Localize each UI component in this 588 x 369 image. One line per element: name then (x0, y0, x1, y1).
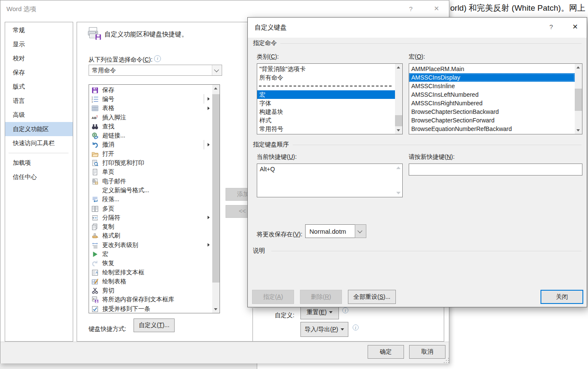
command-item[interactable]: 单页 (89, 168, 212, 177)
sidebar-item[interactable]: 高级 (5, 108, 73, 122)
close-icon[interactable]: ✕ (570, 23, 580, 31)
command-item[interactable]: 123编号 (89, 95, 212, 104)
macro-item[interactable]: BrowseChapterSectionForward (409, 116, 575, 125)
command-item[interactable]: 打开 (89, 149, 212, 158)
command-item[interactable]: 打印预览和打印 (89, 158, 212, 167)
command-item[interactable]: 更改列表级别 (89, 241, 212, 250)
cancel-button[interactable]: 取消 (409, 345, 445, 359)
category-separator (257, 82, 395, 90)
command-item[interactable]: 超链接... (89, 131, 212, 140)
command-item[interactable]: 复制 (89, 222, 212, 231)
macros-scrollbar[interactable] (575, 64, 582, 134)
reset-all-button[interactable]: 全部重设(S)... (348, 290, 396, 304)
customize-ribbon-icon (87, 26, 102, 41)
submenu-arrow-icon[interactable] (208, 143, 210, 146)
category-item[interactable]: 宏 (257, 90, 395, 99)
macro-item[interactable]: AMSSCInsDisplay (409, 73, 575, 82)
command-item[interactable]: 保存 (89, 86, 212, 95)
macro-item[interactable]: AMSSCInsInline (409, 82, 575, 90)
macro-item[interactable]: AMMPlaceRM.Main (409, 65, 575, 73)
scrollbar-thumb[interactable] (395, 115, 402, 126)
current-key-item[interactable]: Alt+Q (257, 164, 402, 173)
macro-item[interactable]: AMSSCInsRightNumbered (409, 99, 575, 107)
commands-list: 保存123编号表格AB1插入脚注查找超链接...撤消打开打印预览和打印单页电子邮… (89, 86, 212, 313)
command-label: 打开 (102, 150, 114, 158)
scrollbar-thumb[interactable] (212, 94, 220, 283)
macro-item[interactable]: AMSSCInsLeftNumbered (409, 90, 575, 99)
help-icon[interactable]: ? (406, 5, 416, 12)
current-keys-listbox[interactable]: Alt+Q (257, 164, 403, 197)
sidebar-item[interactable]: 显示 (5, 37, 73, 51)
category-item[interactable]: 字体 (257, 99, 395, 107)
group-line (280, 43, 582, 44)
resize-grip[interactable] (446, 360, 447, 361)
command-item[interactable]: A绘制竖排文本框 (89, 268, 212, 277)
command-item[interactable]: 宏 (89, 250, 212, 259)
category-item[interactable]: 所有命令 (257, 73, 395, 82)
category-item[interactable]: 构建基块 (257, 107, 395, 116)
macro-item[interactable]: BrowseEquationNumberRefBackward (409, 125, 575, 133)
commands-scrollbar[interactable] (212, 85, 220, 313)
scroll-up-icon[interactable] (575, 64, 582, 71)
category-item[interactable]: 常用符号 (257, 125, 395, 133)
command-item[interactable]: 多页 (89, 204, 212, 213)
save-in-dropdown[interactable]: Normal.dotm (305, 224, 366, 238)
command-label: 多页 (102, 205, 114, 213)
command-item[interactable]: 分隔符 (89, 213, 212, 222)
chevron-down-icon[interactable] (212, 65, 222, 75)
commands-source-dropdown[interactable]: 常用命令 (89, 65, 222, 76)
scroll-down-icon[interactable] (575, 127, 582, 134)
command-item[interactable]: 绘制表格 (89, 277, 212, 286)
scrollbar-thumb[interactable] (575, 89, 582, 111)
sidebar-item[interactable]: 常规 (5, 23, 73, 37)
macros-label: 宏(O): (409, 53, 425, 61)
chevron-down-icon[interactable] (355, 224, 366, 238)
new-shortcut-input[interactable] (409, 164, 582, 176)
ok-button[interactable]: 确定 (368, 345, 404, 359)
categories-scrollbar[interactable] (395, 64, 402, 134)
info-icon[interactable] (353, 324, 359, 330)
macro-item[interactable]: BrowseChapterSectionBackward (409, 107, 575, 116)
submenu-arrow-icon[interactable] (208, 243, 210, 247)
submenu-arrow-icon[interactable] (208, 97, 210, 101)
category-item[interactable]: 样式 (257, 116, 395, 125)
scroll-up-icon[interactable] (395, 64, 402, 71)
command-item[interactable]: 恢复 (89, 259, 212, 268)
command-item[interactable]: 查找 (89, 122, 212, 131)
submenu-arrow-icon[interactable] (208, 216, 210, 219)
command-item[interactable]: 电子邮件 (89, 177, 212, 186)
command-item[interactable]: 撤消 (89, 140, 212, 149)
command-item[interactable]: 表格 (89, 104, 212, 113)
sidebar-item[interactable]: 版式 (5, 80, 73, 94)
command-item[interactable]: A将所选内容保存到文本框库 (89, 295, 212, 304)
submenu-arrow-icon[interactable] (208, 107, 210, 110)
sidebar-item[interactable]: 校对 (5, 51, 73, 65)
command-item[interactable]: 接受并移到下一条 (89, 304, 212, 313)
choose-commands-label: 从下列位置选择命令(C): (89, 56, 161, 64)
command-item[interactable]: 段落... (89, 195, 212, 204)
sidebar-item[interactable]: 保存 (5, 65, 73, 80)
help-icon[interactable]: ? (546, 23, 556, 30)
command-item[interactable]: AB1插入脚注 (89, 113, 212, 122)
scroll-down-icon[interactable] (395, 127, 402, 134)
import-export-button[interactable]: 导入/导出(P) (300, 322, 348, 337)
close-icon[interactable]: ✕ (432, 5, 441, 12)
panel-header: 自定义功能区和键盘快捷键。 (104, 30, 188, 39)
info-icon[interactable] (154, 55, 161, 62)
sidebar-item[interactable]: 快速访问工具栏 (5, 136, 73, 150)
sidebar-item[interactable]: 自定义功能区 (5, 122, 73, 136)
category-item[interactable]: "背景消除"选项卡 (257, 65, 395, 73)
close-button[interactable]: 关闭 (540, 290, 583, 304)
command-item[interactable]: 剪切 (89, 286, 212, 295)
dialog-titlebar (248, 18, 587, 38)
customize-shortcuts-button[interactable]: 自定义(T)... (134, 318, 175, 332)
sidebar-item[interactable]: 加载项 (5, 156, 73, 170)
command-item[interactable]: 格式刷 (89, 232, 212, 241)
info-icon[interactable] (342, 307, 348, 313)
scroll-up-icon[interactable] (212, 85, 220, 92)
word-options-title: Word 选项 (6, 5, 36, 13)
scroll-down-icon[interactable] (212, 306, 220, 313)
command-item[interactable]: 定义新编号格式... (89, 186, 212, 195)
sidebar-item[interactable]: 语言 (5, 94, 73, 108)
sidebar-item[interactable]: 信任中心 (5, 170, 73, 184)
